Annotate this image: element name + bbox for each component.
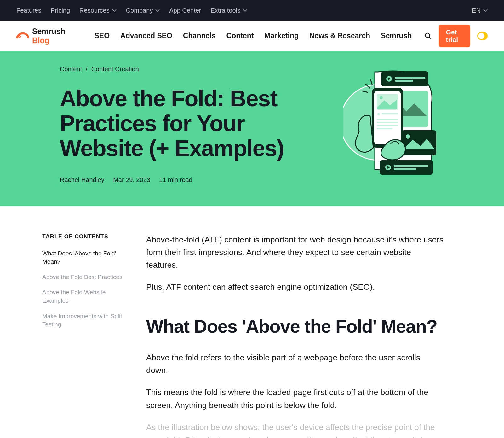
brand-name: Semrush xyxy=(32,27,66,36)
topnav-resources[interactable]: Resources xyxy=(79,7,117,14)
get-trial-button[interactable]: Get trial xyxy=(439,25,470,47)
svg-rect-9 xyxy=(395,80,413,82)
nav-content[interactable]: Content xyxy=(226,32,254,40)
language-label: EN xyxy=(472,7,481,14)
nav-marketing[interactable]: Marketing xyxy=(264,32,299,40)
topnav-company[interactable]: Company xyxy=(126,7,160,14)
svg-rect-18 xyxy=(394,168,416,170)
global-topbar: Features Pricing Resources Company App C… xyxy=(0,0,504,21)
body-paragraph-5-faded: As the illustration below shows, the use… xyxy=(146,421,444,438)
chevron-down-icon xyxy=(483,9,488,12)
topbar-left: Features Pricing Resources Company App C… xyxy=(16,7,247,14)
toc-item-split-testing[interactable]: Make Improvements with Split Testing xyxy=(42,312,127,329)
read-time: 11 min read xyxy=(159,176,192,184)
search-icon[interactable] xyxy=(424,32,432,40)
svg-rect-17 xyxy=(394,165,428,167)
chevron-down-icon xyxy=(112,9,117,12)
nav-news-research[interactable]: News & Research xyxy=(309,32,370,40)
svg-rect-24 xyxy=(382,113,398,114)
publish-date: Mar 29, 2023 xyxy=(113,176,150,184)
nav-actions: Get trial xyxy=(424,25,488,47)
nav-semrush[interactable]: Semrush xyxy=(381,32,412,40)
main-nav-links: SEO Advanced SEO Channels Content Market… xyxy=(94,32,412,40)
intro-paragraph-2: Plus, ATF content can affect search engi… xyxy=(146,281,444,293)
brand-logo[interactable]: Semrush Blog xyxy=(16,27,72,45)
svg-rect-12 xyxy=(402,130,436,155)
nav-seo[interactable]: SEO xyxy=(94,32,110,40)
topnav-pricing[interactable]: Pricing xyxy=(51,7,70,14)
chevron-down-icon xyxy=(155,9,160,12)
topnav-company-label: Company xyxy=(126,7,153,14)
svg-rect-27 xyxy=(377,125,398,126)
topnav-features[interactable]: Features xyxy=(16,7,41,14)
topnav-appcenter[interactable]: App Center xyxy=(169,7,201,14)
breadcrumb-separator: / xyxy=(86,66,88,73)
toc-item-website-examples[interactable]: Above the Fold Website Examples xyxy=(42,288,127,305)
page-title: Above the Fold: Best Practices for Your … xyxy=(60,86,324,161)
chevron-down-icon xyxy=(243,9,247,12)
svg-line-30 xyxy=(370,79,372,85)
nav-advanced-seo[interactable]: Advanced SEO xyxy=(120,32,172,40)
breadcrumb-item-creation[interactable]: Content Creation xyxy=(91,66,139,73)
main-navbar: Semrush Blog SEO Advanced SEO Channels C… xyxy=(0,21,504,51)
article-body: Above-the-fold (ATF) content is importan… xyxy=(146,233,444,438)
topnav-resources-label: Resources xyxy=(79,7,110,14)
svg-point-23 xyxy=(377,113,380,115)
nav-channels[interactable]: Channels xyxy=(183,32,216,40)
article-layout: TABLE OF CONTENTS What Does 'Above the F… xyxy=(25,206,479,438)
toc-item-best-practices[interactable]: Above the Fold Best Practices xyxy=(42,273,127,282)
toc-heading: TABLE OF CONTENTS xyxy=(42,233,127,240)
svg-rect-28 xyxy=(377,128,392,129)
brand-suffix: Blog xyxy=(32,36,49,45)
toc-item-what-does-mean[interactable]: What Does 'Above the Fold' Mean? xyxy=(42,249,127,266)
svg-rect-8 xyxy=(395,77,425,79)
breadcrumb: Content / Content Creation xyxy=(60,66,324,73)
body-paragraph-4: This means the fold is where the loaded … xyxy=(146,386,444,412)
svg-rect-25 xyxy=(377,119,398,120)
section-heading-what-does-mean: What Does 'Above the Fold' Mean? xyxy=(146,316,444,337)
breadcrumb-item-content[interactable]: Content xyxy=(60,66,82,73)
hero-illustration xyxy=(343,69,444,176)
table-of-contents: TABLE OF CONTENTS What Does 'Above the F… xyxy=(42,233,127,438)
svg-point-13 xyxy=(406,134,410,139)
article-meta: Rachel Handley Mar 29, 2023 11 min read xyxy=(60,176,324,184)
hero: Content / Content Creation Above the Fol… xyxy=(0,51,504,206)
svg-rect-26 xyxy=(377,122,398,123)
theme-toggle[interactable] xyxy=(477,32,488,40)
svg-line-3 xyxy=(429,37,431,39)
language-selector[interactable]: EN xyxy=(472,7,488,14)
svg-point-22 xyxy=(380,96,383,99)
body-paragraph-3: Above the fold refers to the visible par… xyxy=(146,351,444,377)
author-name[interactable]: Rachel Handley xyxy=(60,176,104,184)
svg-point-1 xyxy=(19,36,20,37)
topnav-extratools-label: Extra tools xyxy=(210,7,240,14)
topnav-extratools[interactable]: Extra tools xyxy=(210,7,247,14)
intro-paragraph-1: Above-the-fold (ATF) content is importan… xyxy=(146,233,444,272)
semrush-logo-icon xyxy=(16,31,29,41)
